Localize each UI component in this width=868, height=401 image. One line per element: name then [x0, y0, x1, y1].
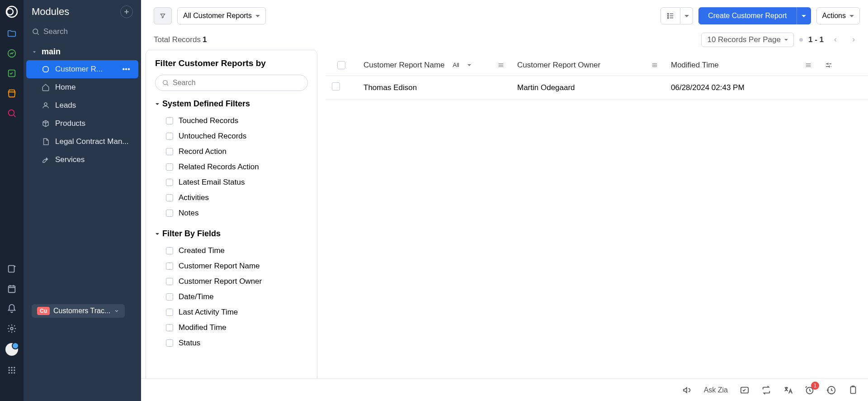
column-time[interactable]: Modified Time	[665, 61, 818, 70]
per-page-dropdown[interactable]: 10 Records Per Page	[701, 33, 794, 47]
filter-last-activity-time[interactable]: Last Activity Time	[155, 305, 308, 320]
checkbox[interactable]	[166, 309, 173, 316]
next-page-button[interactable]	[847, 33, 860, 46]
prev-page-button[interactable]	[829, 33, 842, 46]
workspace-switcher[interactable]: Cu Customers Trac...	[32, 304, 125, 318]
svg-point-22	[163, 81, 167, 85]
svg-point-21	[668, 17, 669, 18]
modules-search[interactable]: Search	[32, 27, 133, 36]
svg-point-9	[11, 367, 12, 368]
customer-icon	[42, 65, 51, 73]
module-group-main[interactable]: main	[24, 43, 141, 60]
column-owner[interactable]: Customer Report Owner	[511, 61, 665, 70]
column-menu-icon[interactable]	[497, 62, 505, 69]
modules-search-placeholder: Search	[43, 27, 68, 36]
filter-latest-email-status[interactable]: Latest Email Status	[155, 175, 308, 190]
checkbox[interactable]	[166, 293, 173, 301]
add-module-button[interactable]	[120, 5, 133, 18]
column-name[interactable]: Customer Report Name All	[357, 61, 511, 70]
checklist-icon[interactable]	[6, 68, 17, 79]
sidebar-item-home[interactable]: Home	[24, 78, 141, 96]
sidebar-item-leads[interactable]: Leads	[24, 96, 141, 115]
chat-icon[interactable]	[740, 385, 750, 395]
alarm-icon[interactable]: 1	[805, 385, 815, 395]
filter-status[interactable]: Status	[155, 335, 308, 351]
checkbox[interactable]	[166, 247, 173, 254]
shop-icon[interactable]	[6, 88, 17, 99]
search-icon[interactable]	[6, 108, 17, 119]
app-logo[interactable]	[5, 5, 19, 19]
column-menu-icon[interactable]	[651, 62, 658, 69]
filter-modified-time[interactable]: Modified Time	[155, 320, 308, 335]
filter-activities[interactable]: Activities	[155, 190, 308, 205]
filter-related-records-action[interactable]: Related Records Action	[155, 159, 308, 175]
avatar[interactable]	[5, 343, 18, 356]
bell-icon[interactable]	[6, 303, 17, 314]
loop-icon[interactable]	[761, 385, 771, 395]
checkbox[interactable]	[166, 194, 173, 201]
view-mode-dropdown[interactable]	[680, 7, 693, 24]
checkbox[interactable]	[166, 263, 173, 270]
filter-untouched-records[interactable]: Untouched Records	[155, 129, 308, 144]
filter-title: Filter Customer Reports by	[155, 58, 308, 68]
checkbox[interactable]	[166, 163, 173, 171]
language-icon[interactable]	[783, 385, 793, 395]
gear-icon[interactable]	[6, 323, 17, 334]
apps-icon[interactable]	[6, 365, 17, 376]
checkbox[interactable]	[166, 179, 173, 186]
calendar-icon[interactable]	[6, 283, 17, 294]
column-menu-icon[interactable]	[805, 62, 812, 69]
chart-icon[interactable]	[6, 48, 17, 59]
select-all[interactable]	[326, 61, 357, 69]
checkbox[interactable]	[166, 133, 173, 140]
filter-customer-report-owner[interactable]: Customer Report Owner	[155, 274, 308, 289]
history-icon[interactable]	[826, 385, 836, 395]
clipboard-icon[interactable]	[848, 385, 858, 395]
folder-icon[interactable]	[6, 28, 17, 39]
name-filter-chip[interactable]: All	[449, 61, 463, 69]
products-icon	[42, 119, 51, 128]
svg-point-11	[9, 369, 10, 371]
ask-zia-button[interactable]: Ask Zia	[704, 386, 728, 394]
icon-sidebar	[0, 0, 24, 401]
filter-search-input[interactable]	[173, 79, 301, 87]
create-button[interactable]: Create Customer Report	[698, 7, 796, 24]
sliders-icon	[825, 61, 833, 69]
filter-record-action[interactable]: Record Action	[155, 144, 308, 159]
create-dropdown[interactable]	[797, 7, 811, 24]
leads-icon	[42, 101, 51, 110]
sidebar-item-customer[interactable]: Customer R...•••	[26, 60, 138, 78]
megaphone-icon[interactable]	[682, 385, 692, 395]
svg-point-1	[7, 9, 13, 15]
column-settings[interactable]	[818, 61, 839, 69]
checkbox[interactable]	[166, 278, 173, 285]
system-filters-title[interactable]: System Defined Filters	[155, 99, 308, 109]
search-icon	[162, 79, 169, 86]
chevron-down-icon	[784, 39, 788, 41]
checkbox[interactable]	[166, 339, 173, 347]
sidebar-item-products[interactable]: Products	[24, 115, 141, 133]
checkbox[interactable]	[166, 210, 173, 217]
filter-created-time[interactable]: Created Time	[155, 243, 308, 258]
view-mode-button[interactable]	[660, 7, 680, 24]
filter-notes[interactable]: Notes	[155, 205, 308, 221]
sidebar-item-services[interactable]: Services	[24, 151, 141, 169]
filter-search[interactable]	[155, 75, 308, 91]
view-dropdown[interactable]: All Customer Reports	[177, 7, 266, 24]
filter-customer-report-name[interactable]: Customer Report Name	[155, 258, 308, 274]
checkbox[interactable]	[166, 148, 173, 155]
filter-touched-records[interactable]: Touched Records	[155, 113, 308, 129]
table-row[interactable]: Thomas Edison Martin Odegaard 06/28/2024…	[326, 76, 868, 100]
filter-toggle-button[interactable]	[154, 7, 172, 24]
checkbox[interactable]	[166, 117, 173, 124]
more-icon[interactable]: •••	[122, 65, 130, 74]
field-filters-title[interactable]: Filter By Fields	[155, 229, 308, 239]
svg-point-16	[14, 372, 15, 373]
filter-date/time[interactable]: Date/Time	[155, 289, 308, 305]
checkbox[interactable]	[166, 324, 173, 331]
sidebar-item-legal[interactable]: Legal Contract Man...	[24, 133, 141, 151]
svg-point-8	[9, 367, 10, 368]
actions-button[interactable]: Actions	[816, 7, 860, 24]
row-checkbox[interactable]	[332, 82, 340, 91]
add-note-icon[interactable]	[6, 263, 17, 274]
